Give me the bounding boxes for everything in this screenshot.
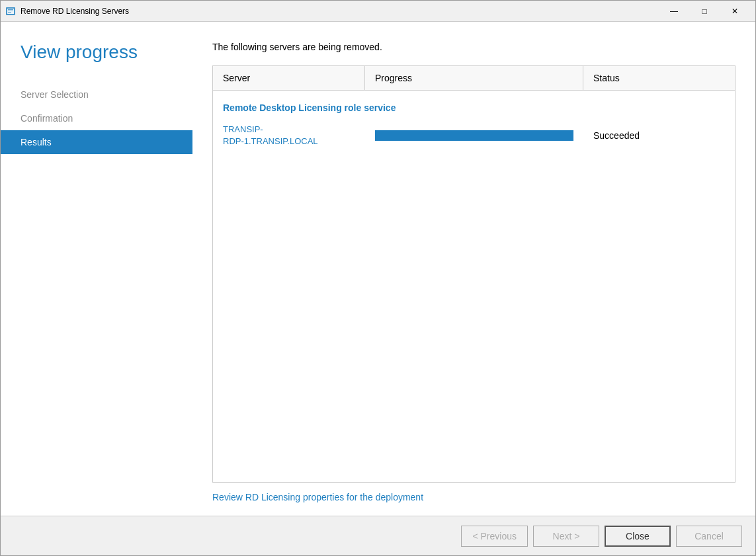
progress-cell [365,128,583,143]
header-server: Server [213,66,365,90]
window-close-button[interactable]: ✕ [720,1,750,22]
header-progress: Progress [365,66,583,90]
title-bar: Remove RD Licensing Servers — □ ✕ [1,1,755,22]
status-cell: Succeeded [583,128,735,143]
progress-bar-outer [375,130,573,141]
table-body: Remote Desktop Licensing role service TR… [213,91,735,482]
previous-button[interactable]: < Previous [461,526,528,547]
maximize-button[interactable]: □ [689,1,720,22]
results-table: Server Progress Status Remote Desktop Li… [212,65,735,483]
view-progress-heading: View progress [1,35,192,83]
sidebar-item-results[interactable]: Results [1,130,192,154]
footer: < Previous Next > Close Cancel [1,516,755,555]
main-content: View progress Server Selection Confirmat… [1,22,755,516]
window-controls: — □ ✕ [659,1,750,22]
app-icon [6,6,17,17]
close-button[interactable]: Close [605,526,671,547]
header-status: Status [583,66,735,90]
role-group-header: Remote Desktop Licensing role service [213,97,735,118]
svg-rect-4 [8,12,11,13]
table-header: Server Progress Status [213,66,735,91]
minimize-button[interactable]: — [659,1,689,22]
svg-rect-3 [8,11,13,11]
right-content: The following servers are being removed.… [192,22,755,516]
server-name: TRANSIP- RDP-1.TRANSIP.LOCAL [213,121,365,150]
next-button[interactable]: Next > [533,526,599,547]
window-title: Remove RD Licensing Servers [21,7,659,16]
description-text: The following servers are being removed. [212,42,735,52]
review-link[interactable]: Review RD Licensing properties for the d… [212,492,735,502]
sidebar-item-server-selection[interactable]: Server Selection [1,83,192,106]
main-window: Remove RD Licensing Servers — □ ✕ View p… [0,0,756,556]
table-row: TRANSIP- RDP-1.TRANSIP.LOCAL Succeeded [213,118,735,153]
sidebar-item-confirmation[interactable]: Confirmation [1,106,192,130]
cancel-button[interactable]: Cancel [676,526,742,547]
svg-rect-2 [8,9,13,10]
sidebar: View progress Server Selection Confirmat… [1,22,192,516]
progress-bar-inner [375,130,573,141]
